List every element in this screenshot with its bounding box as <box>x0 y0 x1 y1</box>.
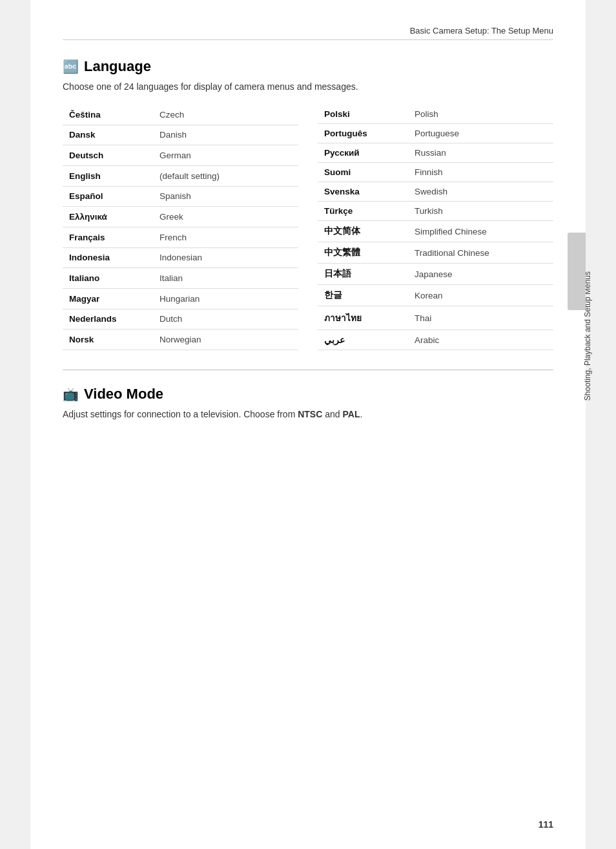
english-label: Italian <box>153 268 298 289</box>
english-label: German <box>153 145 298 166</box>
section-divider <box>63 370 553 370</box>
table-row: 中文简体 Simplified Chinese <box>318 221 553 242</box>
table-row: Português Portuguese <box>318 124 553 143</box>
native-label: ภาษาไทย <box>318 306 408 330</box>
english-label: Indonesian <box>153 247 298 268</box>
language-title-text: Language <box>84 58 151 75</box>
native-label: Magyar <box>63 288 153 309</box>
table-row: Nederlands Dutch <box>63 309 298 330</box>
english-label: Arabic <box>408 330 553 350</box>
table-row: Polski Polish <box>318 105 553 124</box>
native-label: Português <box>318 124 408 143</box>
native-label: 中文简体 <box>318 221 408 242</box>
ntsc-label: NTSC <box>298 409 322 419</box>
page-header: Basic Camera Setup: The Setup Menu <box>63 26 553 40</box>
native-label: Dansk <box>63 125 153 145</box>
video-mode-title: 📺 Video Mode <box>63 386 553 403</box>
native-label: Español <box>63 186 153 207</box>
video-desc-middle: and <box>322 409 342 419</box>
english-label: Polish <box>408 105 553 124</box>
native-label: Polski <box>318 105 408 124</box>
table-row: Indonesia Indonesian <box>63 247 298 268</box>
english-label: Dutch <box>153 309 298 330</box>
table-row: Magyar Hungarian <box>63 288 298 309</box>
table-row: Français French <box>63 227 298 247</box>
page: Basic Camera Setup: The Setup Menu 🔤 Lan… <box>30 0 586 849</box>
page-number: 111 <box>539 819 553 830</box>
table-row: English (default setting) <box>63 165 298 186</box>
video-description: Adjust settings for connection to a tele… <box>63 409 553 419</box>
native-label: 日本語 <box>318 264 408 285</box>
native-label: Svenska <box>318 182 408 202</box>
table-divider <box>298 105 318 350</box>
english-label: (default setting) <box>153 165 298 186</box>
language-tables: Čeština Czech Dansk Danish Deutsch Germa… <box>63 105 553 350</box>
native-label: Čeština <box>63 105 153 125</box>
language-section: 🔤 Language Choose one of 24 languages fo… <box>63 58 553 350</box>
native-label: Deutsch <box>63 145 153 166</box>
table-row: Čeština Czech <box>63 105 298 125</box>
native-label: Suomi <box>318 163 408 182</box>
english-label: Simplified Chinese <box>408 221 553 242</box>
language-left-table: Čeština Czech Dansk Danish Deutsch Germa… <box>63 105 298 350</box>
native-label: 中文繁體 <box>318 242 408 264</box>
native-label: Nederlands <box>63 309 153 330</box>
native-label: Русский <box>318 143 408 163</box>
english-label: Russian <box>408 143 553 163</box>
native-label: Italiano <box>63 268 153 289</box>
english-label: Traditional Chinese <box>408 242 553 264</box>
native-label: English <box>63 165 153 186</box>
table-row: 日本語 Japanese <box>318 264 553 285</box>
table-row: Svenska Swedish <box>318 182 553 202</box>
english-label: Thai <box>408 306 553 330</box>
video-desc-suffix: . <box>360 409 362 419</box>
english-label: Finnish <box>408 163 553 182</box>
table-row: عربي Arabic <box>318 330 553 350</box>
english-label: Norwegian <box>153 330 298 350</box>
table-row: ภาษาไทย Thai <box>318 306 553 330</box>
table-row: Türkçe Turkish <box>318 202 553 221</box>
video-desc-prefix: Adjust settings for connection to a tele… <box>63 409 298 419</box>
english-label: Danish <box>153 125 298 145</box>
header-title: Basic Camera Setup: The Setup Menu <box>410 26 553 36</box>
native-label: Français <box>63 227 153 247</box>
table-row: 한글 Korean <box>318 285 553 306</box>
native-label: Norsk <box>63 330 153 350</box>
table-row: Dansk Danish <box>63 125 298 145</box>
video-mode-section: 📺 Video Mode Adjust settings for connect… <box>63 386 553 419</box>
video-icon: 📺 <box>63 386 79 402</box>
video-mode-title-text: Video Mode <box>84 386 163 403</box>
table-row: Norsk Norwegian <box>63 330 298 350</box>
english-label: Japanese <box>408 264 553 285</box>
native-label: عربي <box>318 330 408 350</box>
language-description: Choose one of 24 languages for display o… <box>63 81 553 92</box>
english-label: Hungarian <box>153 288 298 309</box>
english-label: Turkish <box>408 202 553 221</box>
native-label: Türkçe <box>318 202 408 221</box>
table-row: Deutsch German <box>63 145 298 166</box>
native-label: 한글 <box>318 285 408 306</box>
table-row: 中文繁體 Traditional Chinese <box>318 242 553 264</box>
sidebar-tab <box>568 233 586 310</box>
language-right-table: Polski Polish Português Portuguese Русск… <box>318 105 553 350</box>
english-label: Swedish <box>408 182 553 202</box>
table-row: Italiano Italian <box>63 268 298 289</box>
table-row: Русский Russian <box>318 143 553 163</box>
language-icon: 🔤 <box>63 59 79 74</box>
native-label: Ελληνικά <box>63 207 153 227</box>
pal-label: PAL <box>342 409 360 419</box>
english-label: Greek <box>153 207 298 227</box>
english-label: Czech <box>153 105 298 125</box>
english-label: Spanish <box>153 186 298 207</box>
language-section-title: 🔤 Language <box>63 58 553 75</box>
table-row: Español Spanish <box>63 186 298 207</box>
table-row: Ελληνικά Greek <box>63 207 298 227</box>
native-label: Indonesia <box>63 247 153 268</box>
english-label: French <box>153 227 298 247</box>
table-row: Suomi Finnish <box>318 163 553 182</box>
english-label: Korean <box>408 285 553 306</box>
english-label: Portuguese <box>408 124 553 143</box>
